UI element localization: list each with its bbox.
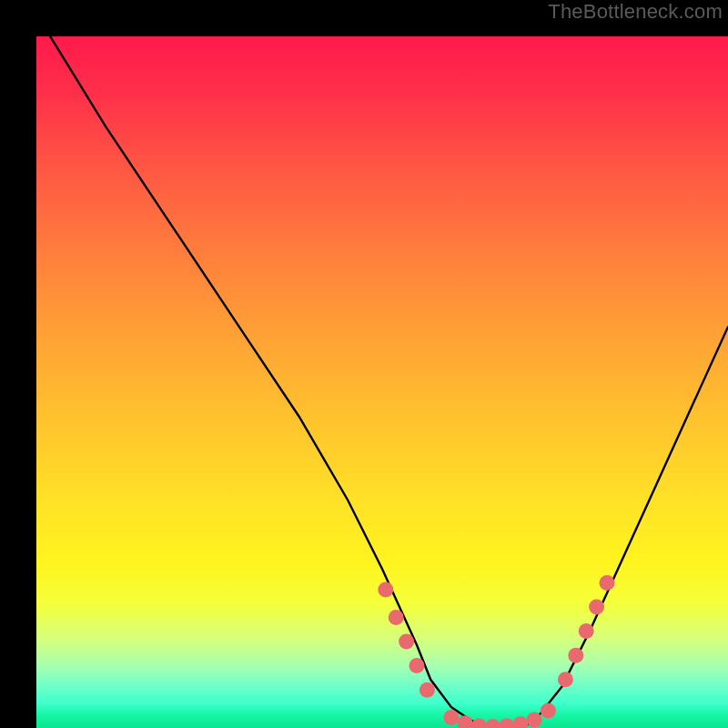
curve-marker — [568, 648, 583, 663]
curve-marker — [485, 719, 500, 728]
curve-marker — [513, 716, 529, 728]
curve-marker — [589, 600, 604, 615]
plot-area — [36, 36, 728, 728]
chart-frame — [18, 18, 710, 710]
curve-marker — [579, 623, 594, 639]
curve-marker — [389, 610, 404, 625]
curve-marker — [471, 718, 487, 728]
curve-marker — [444, 710, 460, 725]
curve-svg — [36, 36, 728, 728]
curve-marker — [378, 582, 393, 598]
curve-marker — [558, 672, 573, 687]
curve-marker — [458, 715, 473, 728]
curve-marker — [600, 575, 615, 591]
curve-marker — [541, 703, 556, 719]
attribution-text: TheBottleneck.com — [548, 0, 723, 24]
bottleneck-curve — [50, 36, 728, 728]
curve-marker — [420, 682, 435, 698]
curve-marker — [410, 658, 425, 673]
curve-marker — [499, 718, 514, 728]
curve-marker — [527, 712, 542, 727]
curve-marker — [399, 634, 414, 650]
curve-markers — [378, 575, 614, 728]
